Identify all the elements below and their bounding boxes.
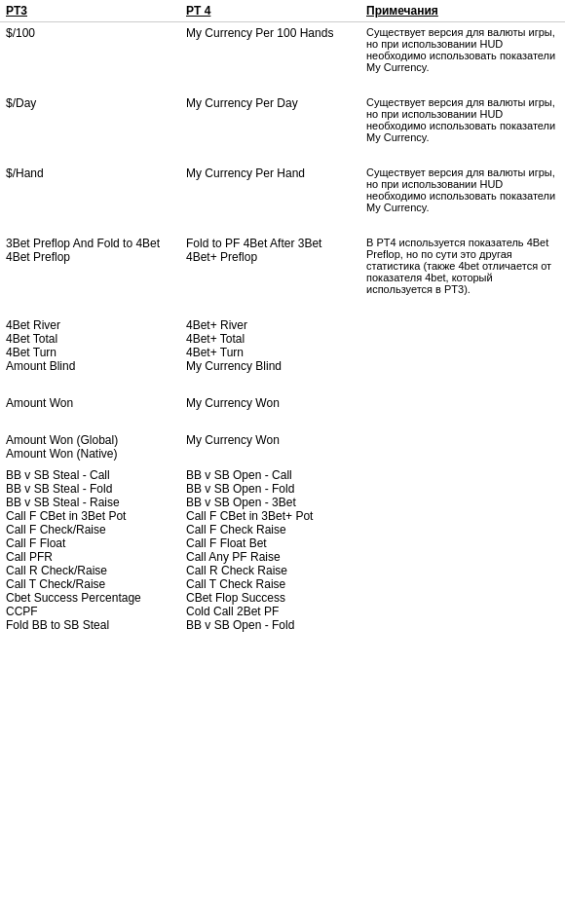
cell-pt3: $/Hand xyxy=(0,163,180,217)
cell-pt4: My Currency Per Day xyxy=(180,92,360,147)
cell-note xyxy=(360,314,565,377)
cell-pt4: 4Bet+ River 4Bet+ Total 4Bet+ Turn My Cu… xyxy=(180,314,360,377)
spacer-row xyxy=(0,299,565,314)
spacer-cell xyxy=(0,377,565,392)
cell-pt4: My Currency Won xyxy=(180,429,360,464)
table-row: $/100My Currency Per 100 HandsСуществует… xyxy=(0,22,565,78)
table-row: Amount WonMy Currency Won xyxy=(0,392,565,414)
header-pt4: PT 4 xyxy=(180,0,360,22)
table-row: 4Bet River 4Bet Total 4Bet Turn Amount B… xyxy=(0,314,565,377)
cell-pt4: My Currency Won xyxy=(180,392,360,414)
table-row: BB v SB Steal - Call BB v SB Steal - Fol… xyxy=(0,464,565,636)
comparison-table: PT3 PT 4 Примечания $/100My Currency Per… xyxy=(0,0,565,636)
cell-note xyxy=(360,464,565,636)
cell-pt3: Amount Won (Global) Amount Won (Native) xyxy=(0,429,180,464)
cell-pt4: BB v SB Open - Call BB v SB Open - Fold … xyxy=(180,464,360,636)
spacer-row xyxy=(0,77,565,92)
cell-pt3: $/100 xyxy=(0,22,180,78)
spacer-cell xyxy=(0,147,565,163)
cell-pt3: 3Bet Preflop And Fold to 4Bet 4Bet Prefl… xyxy=(0,233,180,299)
cell-pt4: My Currency Per 100 Hands xyxy=(180,22,360,78)
table-row: $/DayMy Currency Per DayСуществует верси… xyxy=(0,92,565,147)
spacer-row xyxy=(0,414,565,429)
header-notes: Примечания xyxy=(360,0,565,22)
cell-pt3: BB v SB Steal - Call BB v SB Steal - Fol… xyxy=(0,464,180,636)
cell-note xyxy=(360,392,565,414)
cell-pt3: 4Bet River 4Bet Total 4Bet Turn Amount B… xyxy=(0,314,180,377)
spacer-cell xyxy=(0,77,565,92)
cell-pt4: Fold to PF 4Bet After 3Bet 4Bet+ Preflop xyxy=(180,233,360,299)
cell-pt3: $/Day xyxy=(0,92,180,147)
cell-note: Существует версия для валюты игры, но пр… xyxy=(360,92,565,147)
spacer-cell xyxy=(0,217,565,233)
spacer-cell xyxy=(0,299,565,314)
spacer-row xyxy=(0,377,565,392)
spacer-row xyxy=(0,147,565,163)
cell-pt3: Amount Won xyxy=(0,392,180,414)
cell-note: Существует версия для валюты игры, но пр… xyxy=(360,22,565,78)
table-row: $/HandMy Currency Per HandСуществует вер… xyxy=(0,163,565,217)
cell-note: Существует версия для валюты игры, но пр… xyxy=(360,163,565,217)
spacer-cell xyxy=(0,414,565,429)
main-container: PT3 PT 4 Примечания $/100My Currency Per… xyxy=(0,0,565,636)
header-pt3: PT3 xyxy=(0,0,180,22)
cell-note: В PT4 используется показатель 4Bet Prefl… xyxy=(360,233,565,299)
table-row: Amount Won (Global) Amount Won (Native)M… xyxy=(0,429,565,464)
spacer-row xyxy=(0,217,565,233)
table-row: 3Bet Preflop And Fold to 4Bet 4Bet Prefl… xyxy=(0,233,565,299)
cell-note xyxy=(360,429,565,464)
cell-pt4: My Currency Per Hand xyxy=(180,163,360,217)
